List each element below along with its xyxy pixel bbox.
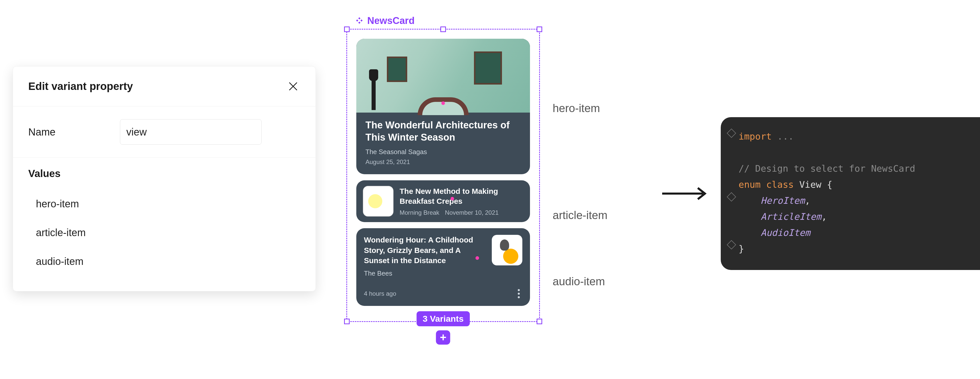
variant-count-badge: 3 Variants	[417, 311, 470, 326]
values-heading: Values	[28, 168, 300, 179]
card-time-ago: 4 hours ago	[364, 290, 396, 297]
gutter-expand-icon[interactable]	[728, 194, 735, 200]
variant-annotation: article-item	[553, 209, 608, 221]
variant-hero-item[interactable]: The Wonderful Architectures of This Wint…	[356, 39, 530, 174]
code-line: AudioItem	[738, 225, 978, 241]
plus-icon: +	[440, 331, 447, 344]
resize-handle[interactable]	[344, 27, 350, 32]
name-label: Name	[28, 126, 105, 138]
card-title: The New Method to Making Breakfast Crepe…	[399, 186, 523, 206]
variant-annotation: hero-item	[553, 102, 600, 115]
code-line: }	[738, 241, 978, 257]
variant-article-item[interactable]: The New Method to Making Breakfast Crepe…	[356, 180, 530, 222]
card-date: August 25, 2021	[366, 158, 521, 166]
code-line: // Design to select for NewsCard	[738, 161, 978, 177]
gutter-expand-icon[interactable]	[728, 242, 735, 248]
code-line: ArticleItem,	[738, 209, 978, 225]
close-icon	[288, 81, 299, 92]
component-label[interactable]: NewsCard	[355, 15, 540, 26]
resize-handle[interactable]	[537, 318, 542, 324]
card-source: Morning Break	[399, 209, 439, 216]
card-title: The Wonderful Architectures of This Wint…	[366, 119, 521, 143]
variant-value-item[interactable]: hero-item	[28, 190, 300, 218]
hero-image	[356, 39, 530, 113]
code-line: import ...	[738, 128, 978, 145]
code-line: enum class View {	[738, 177, 978, 193]
component-name: NewsCard	[367, 15, 415, 26]
variant-property-panel: Edit variant property Name Values hero-i…	[13, 66, 316, 291]
arrow-icon	[660, 183, 711, 205]
close-button[interactable]	[286, 79, 300, 94]
variant-value-item[interactable]: audio-item	[28, 247, 300, 276]
generated-code-block: import ... // Design to select for NewsC…	[721, 117, 980, 270]
cursor-marker-icon	[476, 256, 479, 260]
selection-box[interactable]: The Wonderful Architectures of This Wint…	[346, 29, 540, 322]
property-name-input[interactable]	[120, 119, 262, 145]
overflow-menu-button[interactable]	[515, 287, 522, 301]
card-date: November 10, 2021	[445, 209, 499, 216]
cursor-marker-icon	[450, 197, 454, 201]
panel-title: Edit variant property	[28, 80, 133, 92]
gutter-expand-icon[interactable]	[728, 130, 735, 137]
audio-thumbnail	[492, 235, 522, 265]
cursor-marker-icon	[441, 101, 445, 105]
resize-handle[interactable]	[440, 27, 446, 32]
resize-handle[interactable]	[344, 318, 350, 324]
figma-component-frame: NewsCard The Wonderful Architectures of …	[346, 15, 540, 322]
add-variant-button[interactable]: +	[436, 330, 450, 345]
variant-value-item[interactable]: article-item	[28, 218, 300, 247]
card-title: Wondering Hour: A Childhood Story, Grizz…	[364, 235, 486, 266]
article-thumbnail	[363, 186, 393, 217]
code-line	[738, 145, 978, 161]
dots-vertical-icon	[518, 289, 520, 291]
code-line: HeroItem,	[738, 193, 978, 209]
resize-handle[interactable]	[537, 27, 542, 32]
card-source: The Bees	[364, 269, 486, 277]
component-icon	[355, 17, 364, 25]
variant-annotation: audio-item	[553, 275, 605, 288]
card-source: The Seasonal Sagas	[366, 148, 521, 156]
variant-audio-item[interactable]: Wondering Hour: A Childhood Story, Grizz…	[356, 228, 530, 306]
